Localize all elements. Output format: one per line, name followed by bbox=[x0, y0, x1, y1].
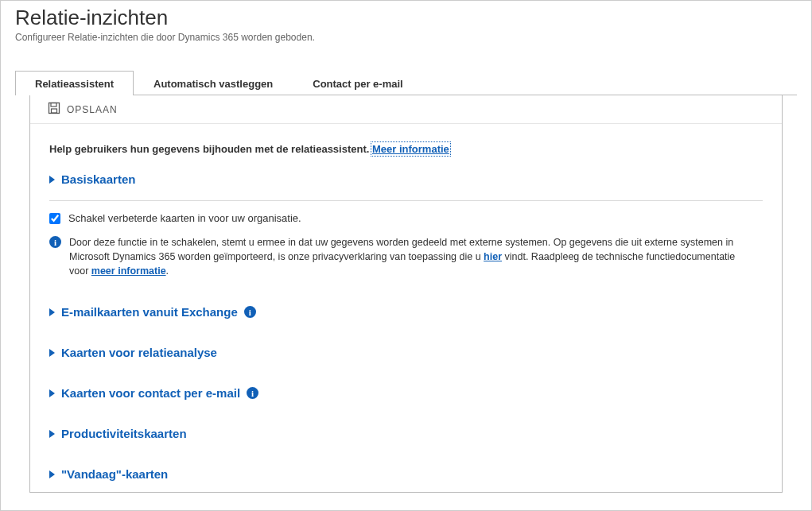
section-relatieanalyse-label: Kaarten voor relatieanalyse bbox=[61, 346, 217, 359]
info-icon[interactable]: i bbox=[247, 387, 258, 399]
svg-rect-1 bbox=[51, 103, 56, 107]
chevron-right-icon bbox=[49, 430, 55, 438]
privacy-info-text: Door deze functie in te schakelen, stemt… bbox=[69, 235, 755, 278]
help-text: Help gebruikers hun gegevens bijhouden m… bbox=[49, 143, 372, 155]
toolbar: OPSLAAN bbox=[30, 95, 782, 124]
chevron-right-icon bbox=[49, 176, 55, 184]
privacy-here-link[interactable]: hier bbox=[484, 251, 502, 262]
enable-enhanced-cards-label: Schakel verbeterde kaarten in voor uw or… bbox=[68, 212, 301, 224]
chevron-right-icon bbox=[49, 349, 55, 357]
save-button-label: OPSLAAN bbox=[67, 104, 118, 115]
tab-automatisch-vastleggen[interactable]: Automatisch vastleggen bbox=[134, 71, 293, 95]
chevron-right-icon bbox=[49, 470, 55, 478]
chevron-right-icon bbox=[49, 389, 55, 397]
page-title: Relatie-inzichten bbox=[15, 6, 797, 30]
section-contact-email[interactable]: Kaarten voor contact per e-mail i bbox=[49, 386, 763, 400]
svg-rect-2 bbox=[52, 109, 57, 113]
tab-contact-per-email[interactable]: Contact per e-mail bbox=[293, 71, 422, 95]
save-icon bbox=[48, 102, 60, 117]
help-more-info-link[interactable]: Meer informatie bbox=[372, 143, 449, 155]
save-button[interactable]: OPSLAAN bbox=[43, 99, 122, 120]
info-icon[interactable]: i bbox=[244, 306, 256, 318]
section-basiskaarten[interactable]: Basiskaarten bbox=[49, 172, 763, 186]
tab-relatieassistent[interactable]: Relatieassistent bbox=[15, 71, 134, 95]
section-relatieanalyse[interactable]: Kaarten voor relatieanalyse bbox=[49, 346, 763, 359]
info-icon: i bbox=[49, 236, 61, 248]
section-productiviteit[interactable]: Productiviteitskaarten bbox=[49, 427, 763, 440]
privacy-more-info-link[interactable]: meer informatie bbox=[91, 265, 166, 277]
privacy-info-block: i Door deze functie in te schakelen, ste… bbox=[49, 235, 763, 278]
tab-bar: Relatieassistent Automatisch vastleggen … bbox=[15, 70, 797, 95]
enable-enhanced-cards-checkbox[interactable] bbox=[49, 213, 60, 224]
section-vandaag-label: "Vandaag"-kaarten bbox=[61, 467, 168, 481]
enable-enhanced-cards-row: Schakel verbeterde kaarten in voor uw or… bbox=[49, 212, 763, 224]
privacy-info-part3: . bbox=[166, 265, 169, 277]
section-contact-email-label: Kaarten voor contact per e-mail bbox=[61, 386, 240, 400]
section-email-exchange-label: E-mailkaarten vanuit Exchange bbox=[61, 305, 238, 319]
page-subtitle: Configureer Relatie-inzichten die door D… bbox=[15, 32, 797, 43]
scroll-area[interactable]: Help gebruikers hun gegevens bijhouden m… bbox=[30, 124, 782, 492]
section-vandaag[interactable]: "Vandaag"-kaarten bbox=[49, 467, 763, 481]
content-panel: OPSLAAN Help gebruikers hun gegevens bij… bbox=[29, 95, 783, 493]
divider bbox=[49, 200, 763, 201]
chevron-right-icon bbox=[49, 308, 55, 316]
section-productiviteit-label: Productiviteitskaarten bbox=[61, 427, 187, 440]
section-email-exchange[interactable]: E-mailkaarten vanuit Exchange i bbox=[49, 305, 763, 319]
help-line: Help gebruikers hun gegevens bijhouden m… bbox=[49, 143, 763, 155]
section-basiskaarten-label: Basiskaarten bbox=[61, 172, 135, 186]
